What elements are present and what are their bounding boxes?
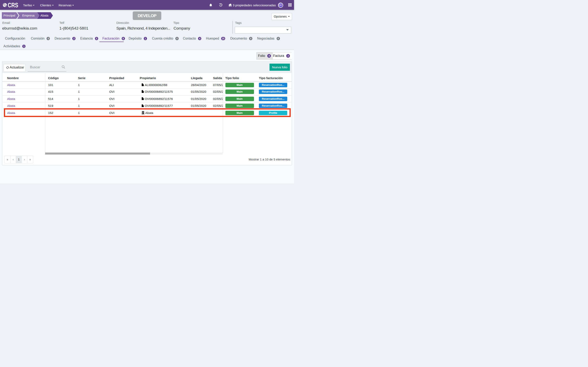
svg-text:U: U — [4, 4, 6, 6]
